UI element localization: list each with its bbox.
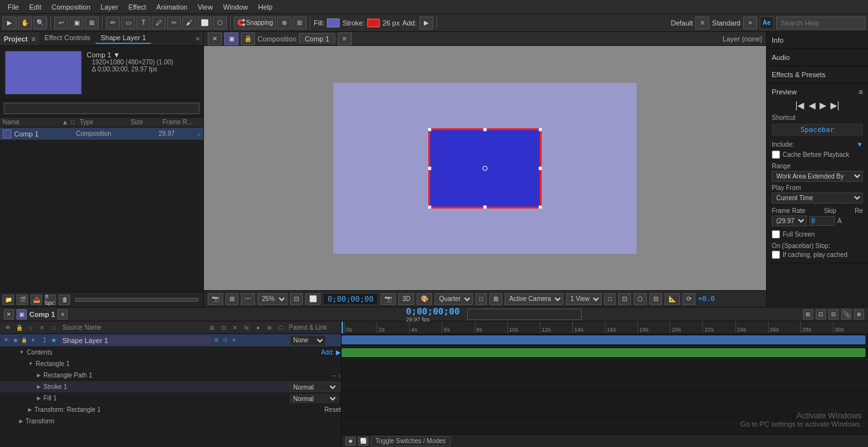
preview-settings-icon[interactable]: ≡ (859, 88, 863, 96)
handle-bottom-left[interactable] (428, 205, 431, 209)
timeline-options-4[interactable]: 📎 (841, 309, 851, 319)
viewer-color[interactable]: 🎨 (417, 293, 432, 305)
viewer-camera[interactable]: 📷 (380, 293, 396, 305)
l1-sw-3[interactable]: ✕ (230, 337, 238, 344)
fill1-mode-select[interactable]: Normal (290, 394, 338, 403)
lh-icon-3[interactable]: ☆ (25, 323, 36, 333)
handle-mid-left[interactable] (428, 166, 431, 170)
menu-effect[interactable]: Effect (123, 2, 151, 12)
preview-back[interactable]: ◀ (809, 100, 816, 110)
lh-switch-1[interactable]: ⊞ (207, 323, 217, 333)
tl-graph-btn[interactable]: 📈 (358, 437, 368, 446)
workspace-menu[interactable]: ≡ (695, 17, 709, 29)
delete-btn[interactable]: 🗑 (59, 295, 70, 305)
menu-layer[interactable]: Layer (96, 2, 124, 12)
play-from-dropdown[interactable]: Current Time (772, 193, 863, 203)
tab-effect-controls[interactable]: Effect Controls (40, 33, 96, 44)
viewer-motion-path[interactable]: 〰 (241, 293, 255, 305)
work-area-bar[interactable] (342, 335, 865, 344)
timeline-menu[interactable]: ≡ (57, 309, 68, 319)
fill-color[interactable] (327, 18, 340, 27)
viewer-3d[interactable]: 3D (398, 293, 414, 305)
tool-undo[interactable]: ↩ (54, 17, 68, 29)
range-dropdown[interactable]: Work Area Extended By (772, 171, 863, 182)
lh-icon-2[interactable]: 🔒 (14, 323, 24, 333)
timeline-close[interactable]: ✕ (4, 309, 14, 319)
lh-icon-5[interactable]: □ (48, 323, 59, 333)
skip-input[interactable] (809, 216, 835, 226)
layer-1-track[interactable] (342, 348, 865, 357)
preview-play[interactable]: ▶ (820, 100, 827, 110)
add-btn[interactable]: ▶ (419, 17, 433, 29)
zoom-dropdown[interactable]: 25% (257, 293, 287, 305)
import-btn[interactable]: 📥 (31, 295, 42, 305)
toggle-switches-modes[interactable]: Toggle Switches / Modes (371, 436, 451, 446)
reset-label[interactable]: Reset (324, 406, 341, 413)
tab-expand-icon[interactable]: » (196, 34, 199, 42)
handle-top-center[interactable] (483, 128, 487, 131)
full-screen-checkbox[interactable] (772, 230, 780, 238)
tool-paint[interactable]: 🖌 (182, 17, 196, 29)
lh-icon-4[interactable]: # (37, 323, 47, 333)
tool-mask-region[interactable]: ⊠ (85, 17, 99, 29)
fill1-row[interactable]: ▶ Fill 1 Normal (0, 393, 341, 404)
views-dropdown[interactable]: 1 View (566, 293, 602, 305)
viewer-fit-icon[interactable]: ⊡ (290, 293, 303, 305)
snap-mode-2[interactable]: ⊞ (293, 17, 307, 29)
viewer-layer-controls[interactable]: ⊡ (618, 293, 631, 305)
workspace-expand[interactable]: » (743, 17, 757, 29)
tool-pen[interactable]: ✏ (106, 17, 120, 29)
lh-switch-3[interactable]: ✕ (230, 323, 240, 333)
shape-layer-rect[interactable] (428, 128, 542, 209)
if-caching-checkbox[interactable] (772, 251, 780, 259)
new-comp-btn[interactable]: 🎬 (17, 295, 28, 305)
include-dropdown-icon[interactable]: ▼ (857, 141, 863, 148)
audio-section-title[interactable]: Audio (772, 52, 863, 63)
timeline-options-5[interactable]: ⊕ (854, 309, 864, 319)
camera-dropdown[interactable]: Active Camera (505, 293, 563, 305)
timeline-search[interactable] (467, 309, 582, 320)
menu-window[interactable]: Window (218, 2, 253, 12)
menu-view[interactable]: View (192, 2, 218, 12)
project-settings-icon[interactable]: ≡ (31, 35, 35, 43)
stroke1-row[interactable]: ▶ Stroke 1 Normal (0, 381, 341, 393)
viewer-3d-toggle[interactable]: □ (604, 293, 616, 305)
timeline-options-2[interactable]: ⊡ (816, 309, 826, 319)
layer-1-eye[interactable]: 👁 (3, 337, 10, 344)
viewer-masks[interactable]: ⬡ (633, 293, 647, 305)
comp-panel-close[interactable]: ✕ (208, 33, 222, 45)
layer-1-name[interactable]: Shape Layer 1 (60, 336, 211, 345)
rectpath1-row[interactable]: ▶ Rectangle Path 1 ↔ ↕ (0, 370, 341, 381)
frame-rate-select[interactable]: (29.97) (772, 216, 807, 226)
project-search-input[interactable] (4, 103, 199, 114)
tool-shape-rect[interactable]: ▭ (121, 17, 135, 29)
timeline-time[interactable]: 0;00;00;00 (406, 306, 459, 316)
viewer-fast-preview[interactable]: □ (475, 293, 487, 305)
add-contents-btn[interactable]: Add: ▶ (321, 349, 341, 356)
lh-switch-6[interactable]: ⊕ (264, 323, 275, 333)
handle-top-right[interactable] (539, 128, 542, 131)
layer-1-star[interactable]: ★ (51, 337, 60, 344)
tool-zoom[interactable]: 🔍 (33, 17, 47, 29)
handle-bottom-center[interactable] (483, 205, 487, 209)
rectangle1-row[interactable]: ▼ Rectangle 1 (0, 358, 341, 370)
tool-puppet[interactable]: ⬡ (213, 17, 227, 29)
comp-lock-icon[interactable]: 🔒 (241, 33, 255, 45)
comp-tab-menu[interactable]: ≡ (338, 33, 352, 45)
menu-edit[interactable]: Edit (24, 2, 47, 12)
comp-tab-comp1[interactable]: Comp 1 (299, 33, 335, 44)
info-section-title[interactable]: Info (772, 34, 863, 46)
tool-hand[interactable]: ✋ (18, 17, 32, 29)
viewer-time-display[interactable]: 0;00;00;00 (323, 293, 378, 305)
viewer-guides[interactable]: ⊟ (649, 293, 662, 305)
transform-rect1-row[interactable]: ▶ Transform: Rectangle 1 Reset (0, 404, 341, 416)
lh-switch-4[interactable]: fx (242, 323, 252, 333)
contents-row[interactable]: ▼ Contents Add: ▶ (0, 347, 341, 358)
new-folder-btn[interactable]: 📁 (3, 295, 14, 305)
layer-1-lock[interactable]: 🔒 (20, 337, 28, 344)
lh-switch-2[interactable]: ⊡ (219, 323, 229, 333)
layer-1-parent-select[interactable]: None (290, 335, 326, 346)
layer-row-1[interactable]: 👁 ◉ 🔒 ▼ 1 ★ Shape Layer 1 ⊞ ⊡ ✕ None (0, 334, 341, 347)
tool-pen2[interactable]: 🖊 (152, 17, 166, 29)
search-input[interactable] (776, 17, 865, 29)
